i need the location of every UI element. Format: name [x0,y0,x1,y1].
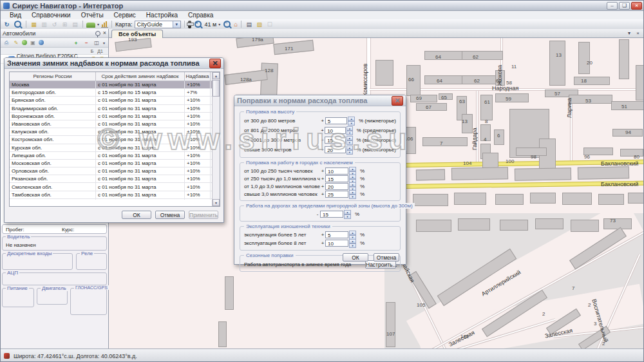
spinner[interactable]: ▲▼ [344,210,351,218]
suburban-group: Работа на дорогах за пределами пригородн… [240,205,401,222]
map-label: 100 [506,158,514,164]
restore-button[interactable]: ❏ [619,2,630,10]
vehicle-icon[interactable] [86,23,95,28]
vehicle-dropdown-arrow[interactable]: ▾ [97,22,99,26]
map-label: 179а [252,38,263,43]
cancel-button[interactable]: Отмена [155,211,185,219]
table-row[interactable]: Брянская обл. с 01 ноября по 31 марта +1… [10,97,220,104]
map-label: 13 [462,119,468,124]
refresh-icon[interactable]: ↻ [3,21,11,28]
table-row[interactable]: Рязанская обл. с 01 ноября по 31 марта +… [10,175,220,183]
pin-icon[interactable] [95,31,100,36]
map-building [549,41,565,86]
checkbox-icon: ☐ [265,21,274,28]
value-input[interactable]: 5 [325,231,348,238]
tab-dropdown-icon[interactable]: ▾ [628,30,630,36]
minimize-button[interactable]: – [607,2,618,10]
add-vehicle-icon[interactable]: ＋ [72,39,80,46]
map-label: 107 [386,331,395,337]
map-label: 65 [441,95,447,100]
header-period[interactable]: Срок действия зимних надбавок [96,72,185,81]
value-input[interactable]: 25 [325,191,348,198]
cancel-button[interactable]: Отмена [374,253,399,262]
status-bar: Широта: 47.42461°с.ш. Долгота: 40.06243°… [1,348,644,362]
panel-close-icon[interactable]: × [103,30,106,36]
zoom-slider[interactable] [188,21,191,28]
map-building [535,218,564,229]
table-row[interactable]: Воронежская обл. с 01 ноября по 31 марта… [10,113,220,120]
ok-button[interactable]: ОК [343,253,368,262]
value-input[interactable]: 20 [325,183,348,190]
layout-dropdown-arrow[interactable]: ▾ [103,41,105,45]
edit-note-icon[interactable]: ▨ [255,21,263,28]
zoom-out-icon[interactable]: − [223,21,231,28]
edit-table-icon[interactable]: ▦ [30,21,38,28]
menu-item[interactable]: Отчёты [76,12,109,19]
search-icon[interactable] [14,21,21,28]
spinner[interactable]: ▲▼ [349,190,356,198]
spinner[interactable]: ▲▼ [349,239,356,247]
table-row[interactable]: Московская обл. с 01 ноября по 31 марта … [10,160,220,167]
layout-split-icon[interactable]: ◫ [93,39,100,46]
close-button[interactable]: × [631,2,642,10]
chevron-down-icon[interactable]: ▼ [173,21,180,28]
map-label: 64 [435,54,441,60]
corrections-dialog-close-icon[interactable]: ✕ [392,96,403,106]
map-label: 94 [625,129,631,135]
map-label: 104 [463,160,471,166]
chart-icon[interactable] [101,21,108,28]
table-row[interactable]: Москва с 01 ноября по 31 марта +10% [10,81,220,89]
camera-icon[interactable]: ▣ [29,39,37,46]
header-region[interactable]: Регионы России [10,72,96,81]
value-input[interactable]: 10 [325,240,348,247]
map-select[interactable]: CityGuide ▼ [135,21,181,28]
map-building [462,51,503,60]
application-window: Сириус Навигатор - Интегратор – ❏ × ВидС… [0,0,644,362]
tab-close-icon[interactable]: × [636,30,639,36]
map-label: Жохова [497,65,503,86]
table-row[interactable]: Тамбовская обл. с 01 ноября по 31 марта … [10,191,220,199]
menu-item[interactable]: Настройка [141,12,183,19]
zoom-dropdown-arrow[interactable]: ▾ [218,22,220,26]
discrete-inputs-label: Дискретные входы [6,251,53,256]
map-building [410,95,437,102]
map-building [571,220,599,232]
map-building [422,137,468,146]
table-row[interactable]: Владимирская обл. с 01 ноября по 31 март… [10,105,220,113]
table-row[interactable]: Белгородская обл. с 15 ноября по 15 март… [10,89,220,97]
menu-item[interactable]: Сервис [109,12,141,19]
menu-item[interactable]: Справочники [26,12,76,19]
map-building [598,194,624,205]
scrollbar-thumb[interactable] [213,80,220,97]
home-icon[interactable]: ⌂ [234,21,238,28]
scroll-down-icon[interactable]: ▼ [213,199,220,206]
table-row[interactable]: Смоленская обл. с 01 ноября по 31 марта … [10,183,220,191]
table-row[interactable]: Тверская обл. с 01 ноября по 31 марта +1… [10,199,220,200]
table-row[interactable]: Орловская обл. с 01 ноября по 31 марта +… [10,167,220,175]
gps-marker-icon [4,353,10,359]
zoom-level[interactable]: 41 м [205,21,217,28]
value-input[interactable]: 15 [320,211,343,218]
value-input[interactable]: 15 [325,175,348,182]
map-building [480,95,493,120]
printer-icon[interactable]: ⎙ [3,39,10,46]
brush-icon[interactable]: ✎ [12,39,20,46]
ok-button[interactable]: ОК [122,211,151,219]
globe-green-icon[interactable] [22,40,27,45]
zoom-in-icon[interactable]: + [194,21,202,28]
menu-item[interactable]: Справка [183,12,218,19]
tab-all-objects[interactable]: Все объекты [111,30,163,39]
app-icon [3,3,10,9]
map-label: 171 [285,46,293,52]
menu-item[interactable]: Вид [5,12,26,19]
value-input[interactable]: 10 [325,167,348,175]
header-value[interactable]: Надбавка [185,72,211,81]
correction-row: от 1,0 до 3,0 миллионов человек + 20 ▲▼ … [244,182,396,190]
winter-dialog-close-icon[interactable]: ✕ [209,59,221,68]
spinner[interactable]: ▲▼ [349,231,356,239]
remove-vehicle-icon[interactable]: － [82,39,90,46]
globe-blue-icon[interactable] [39,40,44,45]
correction-row: - 15 ▲▼ % [315,210,396,218]
list-icon[interactable]: ▤ [245,21,253,28]
scroll-up-icon[interactable]: ▲ [213,72,220,79]
